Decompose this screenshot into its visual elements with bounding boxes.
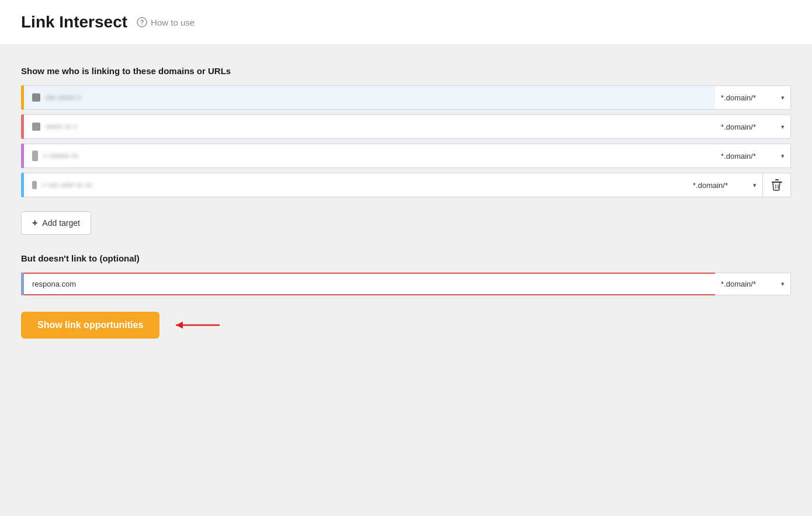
domain-select-4[interactable]: *.domain/* ▾ [687, 173, 763, 197]
target-blurred-4: • ••• •••• •• •• [43, 181, 92, 190]
target-row-4: • ••• •••• •• •• *.domain/* ▾ [21, 173, 791, 197]
target-input-2-wrapper[interactable]: ••••• •• • [24, 114, 715, 139]
show-link-opportunities-button[interactable]: Show link opportunities [21, 312, 159, 339]
domain-select-label-2: *.domain/* [721, 123, 756, 131]
add-target-button[interactable]: + Add target [21, 211, 91, 235]
domain-select-1[interactable]: *.domain/* ▾ [715, 85, 791, 110]
target-row-2: ••••• •• • *.domain/* ▾ [21, 114, 791, 139]
chevron-icon-3: ▾ [781, 152, 785, 160]
section2-label: But doesn't link to (optional) [21, 253, 791, 263]
target-blurred-3: • •••••• •• [44, 152, 78, 161]
main-content: Show me who is linking to these domains … [0, 45, 812, 360]
target-row-3: • •••••• •• *.domain/* ▾ [21, 144, 791, 168]
exclude-domain-label: *.domain/* [721, 280, 756, 288]
target-rows: ••• ••••• • *.domain/* ▾ ••••• •• • *.do… [21, 85, 791, 202]
chevron-icon-2: ▾ [781, 123, 785, 131]
how-to-use-link[interactable]: ? How to use [137, 17, 195, 27]
exclude-chevron-icon: ▾ [781, 280, 785, 288]
header: Link Intersect ? How to use [0, 0, 812, 45]
help-icon: ? [137, 17, 147, 27]
domain-select-label-1: *.domain/* [721, 93, 756, 102]
exclude-domain-select[interactable]: *.domain/* ▾ [715, 273, 791, 295]
target-row-1: ••• ••••• • *.domain/* ▾ [21, 85, 791, 110]
favicon-dot-4a [32, 181, 37, 189]
svg-rect-0 [772, 182, 782, 183]
page-title: Link Intersect [21, 13, 127, 32]
target-input-1-wrapper[interactable]: ••• ••••• • [24, 85, 715, 110]
target-blurred-2: ••••• •• • [46, 123, 78, 131]
domain-select-2[interactable]: *.domain/* ▾ [715, 114, 791, 139]
chevron-icon-4: ▾ [753, 182, 757, 189]
how-to-use-label: How to use [151, 18, 195, 27]
add-target-label: Add target [42, 218, 80, 228]
chevron-icon-1: ▾ [781, 94, 785, 102]
svg-rect-1 [775, 179, 779, 180]
target-input-3-wrapper[interactable]: • •••••• •• [24, 144, 715, 168]
svg-marker-5 [176, 322, 183, 329]
domain-select-3[interactable]: *.domain/* ▾ [715, 144, 791, 168]
favicon-dot-1 [32, 93, 40, 102]
exclude-input[interactable] [24, 273, 715, 295]
arrow-annotation [170, 315, 223, 336]
exclude-row: *.domain/* ▾ [21, 273, 791, 295]
favicon-dot-2 [32, 123, 40, 131]
delete-row-4-button[interactable] [763, 173, 791, 197]
show-btn-row: Show link opportunities [21, 312, 791, 339]
domain-select-label-4: *.domain/* [693, 181, 728, 190]
domain-select-label-3: *.domain/* [721, 152, 756, 161]
target-blurred-1: ••• ••••• • [46, 93, 81, 102]
section1-label: Show me who is linking to these domains … [21, 66, 791, 76]
plus-icon: + [32, 218, 37, 228]
target-input-4-wrapper[interactable]: • ••• •••• •• •• [24, 173, 687, 197]
favicon-dot-3 [32, 151, 38, 161]
